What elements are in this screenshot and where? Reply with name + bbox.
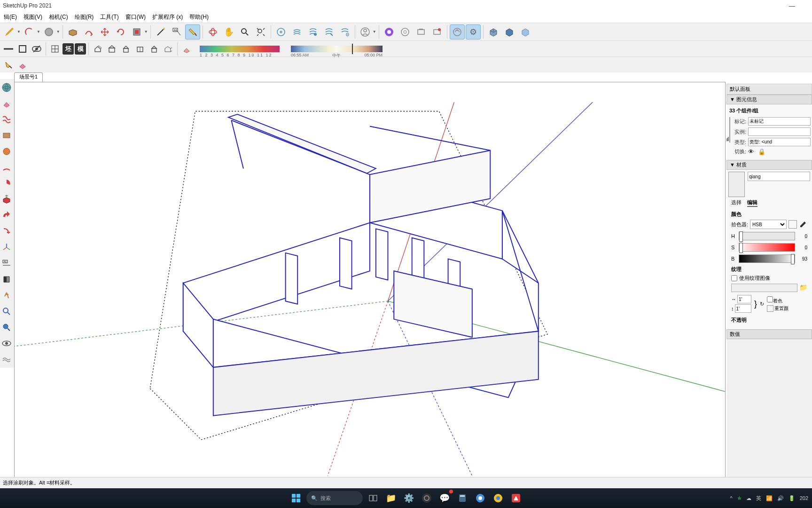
zoom-extents-tool[interactable] <box>253 24 268 40</box>
browse-folder-icon[interactable]: 📁 <box>799 284 807 292</box>
text-label-2[interactable]: 模 <box>75 43 86 55</box>
iso-view-3[interactable] <box>518 24 533 40</box>
tray-battery-icon[interactable]: 🔋 <box>789 495 795 501</box>
tray-volume-icon[interactable]: 🔊 <box>777 495 784 501</box>
lt-dimension[interactable]: A1 <box>0 256 13 271</box>
lt-circle[interactable] <box>0 144 13 159</box>
lt-walk[interactable] <box>0 288 13 303</box>
house-back-tool[interactable] <box>148 42 161 56</box>
start-button[interactable] <box>289 491 304 506</box>
time-slider[interactable]: 06:55 AM 中午 05:00 PM <box>291 46 383 52</box>
shape-tool[interactable] <box>41 24 56 40</box>
paint-brush-tool[interactable] <box>2 58 15 71</box>
house-side-tool[interactable] <box>105 42 118 56</box>
task-view-icon[interactable] <box>366 491 381 506</box>
paint-tool[interactable] <box>185 24 200 40</box>
menu-extensions[interactable]: 扩展程序 (x) <box>149 12 186 22</box>
lt-followme[interactable] <box>0 224 13 239</box>
text-label-1[interactable]: 坯 <box>62 43 74 55</box>
eraser-small[interactable] <box>180 42 193 56</box>
obs-icon[interactable] <box>419 491 434 506</box>
lt-freehand[interactable] <box>0 112 13 127</box>
iso-view-2[interactable] <box>502 24 517 40</box>
pushpull-tool[interactable] <box>65 24 80 40</box>
color-preview-1[interactable] <box>789 220 797 229</box>
iso-view-1[interactable] <box>486 24 501 40</box>
user-tool[interactable] <box>358 24 373 40</box>
tape-tool[interactable] <box>153 24 168 40</box>
menu-camera[interactable]: 相机(C) <box>46 12 71 22</box>
lt-rect[interactable] <box>0 128 13 143</box>
ext-tool-3[interactable] <box>305 24 320 40</box>
pan-tool[interactable]: ✋ <box>221 24 236 40</box>
ext-gear-2[interactable] <box>466 24 481 40</box>
tray-clock[interactable]: 202 <box>800 495 808 501</box>
render-tool-2[interactable] <box>414 24 429 40</box>
visibility-icon[interactable]: 👁 <box>748 148 754 155</box>
house-iso-tool[interactable] <box>91 42 104 56</box>
texture-path-input[interactable] <box>731 284 797 292</box>
material-tab-select[interactable]: 选择 <box>731 199 742 207</box>
taskbar-search[interactable]: 🔍搜索 <box>306 491 363 505</box>
reset-color-swatch[interactable] <box>767 305 773 312</box>
material-name-input[interactable] <box>748 172 810 181</box>
brightness-slider[interactable] <box>739 254 795 263</box>
house-persp-tool[interactable] <box>162 42 175 56</box>
lock-icon[interactable]: 🔒 <box>758 148 765 155</box>
scale-dropdown-icon[interactable]: ▼ <box>144 30 148 34</box>
type-input[interactable] <box>748 138 811 146</box>
value-panel-header[interactable]: 数值 <box>726 329 812 339</box>
tex-width-input[interactable] <box>737 295 751 303</box>
lt-pushpull[interactable] <box>0 192 13 207</box>
podium-tool[interactable] <box>382 24 397 40</box>
chrome-icon[interactable] <box>491 491 506 506</box>
move-tool[interactable] <box>97 24 112 40</box>
color-scale-slider[interactable]: 1 2 3 4 5 6 7 8 9 10 11 12 <box>200 46 280 52</box>
tray-wechat-icon[interactable]: ✯ <box>737 495 742 501</box>
material-tab-edit[interactable]: 编辑 <box>747 199 757 207</box>
colorize-checkbox[interactable]: 着色 <box>767 296 789 304</box>
tag-input[interactable] <box>748 117 811 126</box>
scale-tool[interactable] <box>129 24 144 40</box>
eyedropper-icon[interactable] <box>799 220 807 229</box>
ext-tool-1[interactable] <box>273 24 289 40</box>
material-swatch[interactable] <box>728 172 745 197</box>
lt-look[interactable] <box>0 304 13 319</box>
hidden-tool[interactable] <box>30 42 43 56</box>
lt-eraser[interactable] <box>0 96 13 111</box>
ext-tool-4[interactable] <box>321 24 336 40</box>
minimize-button[interactable]: — <box>789 2 795 9</box>
reset-dims-icon[interactable]: ↻ <box>760 301 764 307</box>
entity-info-header[interactable]: ▼ 图元信息 <box>726 95 812 104</box>
saturation-slider[interactable] <box>739 243 795 252</box>
lt-section[interactable] <box>0 272 13 287</box>
lt-axes[interactable] <box>0 240 13 255</box>
menu-draw[interactable]: 绘图(R) <box>72 12 97 22</box>
lt-arc[interactable] <box>0 160 13 175</box>
text-tool[interactable]: A1 <box>169 24 184 40</box>
menu-view[interactable]: 视图(V) <box>21 12 45 22</box>
entity-swatch[interactable] <box>729 117 730 143</box>
ext-tool-5[interactable]: ⚙ <box>337 24 352 40</box>
line-style-tool[interactable] <box>2 42 15 56</box>
tray-lang[interactable]: 英 <box>756 495 761 502</box>
lt-offset[interactable] <box>0 208 13 223</box>
ext-tool-2[interactable] <box>289 24 304 40</box>
tray-wifi-icon[interactable]: 📶 <box>766 495 773 501</box>
lt-eye[interactable] <box>0 336 13 351</box>
house-top-tool[interactable] <box>133 42 147 56</box>
followme-tool[interactable] <box>81 24 96 40</box>
shape-dropdown-icon[interactable]: ▼ <box>56 30 60 34</box>
face-style-tool[interactable] <box>16 42 29 56</box>
house-front-tool[interactable] <box>119 42 133 56</box>
picker-mode-select[interactable]: HSB <box>750 220 787 229</box>
zoom-tool[interactable] <box>237 24 252 40</box>
scene-tab-1[interactable]: 场景号1 <box>14 72 43 82</box>
tray-chevron-icon[interactable]: ^ <box>730 495 732 501</box>
user-dropdown-icon[interactable]: ▼ <box>373 30 376 34</box>
lt-sandbox[interactable] <box>0 352 13 367</box>
ext-gear-1[interactable] <box>450 24 465 40</box>
use-texture-checkbox[interactable]: 使用纹理图像 <box>731 275 807 282</box>
tray-onedrive-icon[interactable]: ☁ <box>746 495 751 501</box>
settings-icon[interactable]: ⚙️ <box>401 491 416 506</box>
